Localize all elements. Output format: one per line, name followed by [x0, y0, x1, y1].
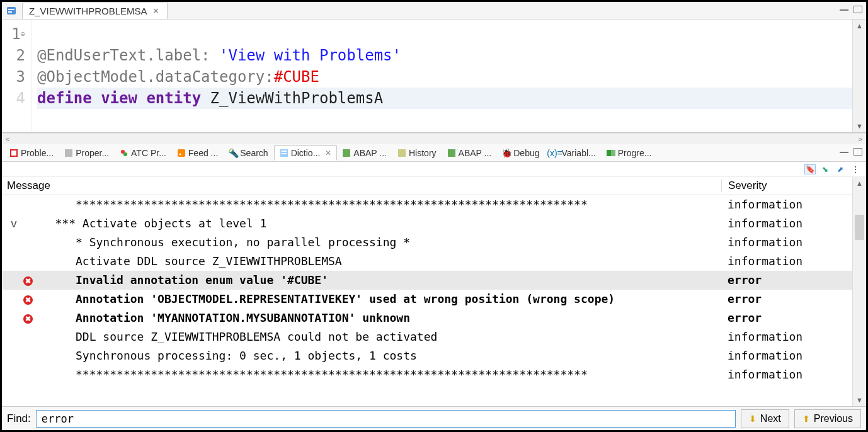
message-row[interactable]: Activate DDL source Z_VIEWWITHPROBLEMSAi… — [2, 252, 866, 271]
message-text: Annotation 'OBJECTMODEL.REPRESENTATIVEKE… — [35, 290, 721, 309]
messages-header: Message Severity — [2, 177, 866, 195]
editor-scrollbar-vertical[interactable] — [852, 20, 866, 132]
message-severity: error — [721, 271, 866, 290]
menu-icon[interactable]: ⋮ — [850, 164, 861, 174]
import-icon[interactable]: ⬊ — [819, 164, 831, 174]
message-text: Annotation 'MYANNOTATION.MYSUBANNOTATION… — [35, 309, 721, 327]
tab-problems[interactable]: Proble... — [4, 146, 59, 160]
blank-icon — [21, 346, 35, 365]
identifier: Z_ViewWithProblemsA — [210, 89, 384, 107]
expand-icon — [7, 195, 21, 214]
svg-rect-2 — [8, 11, 12, 13]
blank-icon — [21, 327, 35, 346]
bottom-tabbar: Proble... Proper... ATC Pr... Feed ... 🔦… — [2, 144, 866, 162]
filter-icon[interactable]: 🔖 — [804, 164, 816, 174]
message-text: ****************************************… — [35, 365, 721, 384]
tab-label: Variabl... — [562, 148, 596, 158]
feed-icon — [177, 149, 186, 157]
message-row[interactable]: v *** Activate objects at level 1informa… — [2, 214, 866, 233]
message-row[interactable]: Synchronous processing: 0 sec., 1 object… — [2, 346, 866, 365]
button-label: Previous — [814, 413, 853, 424]
tab-search[interactable]: 🔦Search — [224, 146, 273, 160]
message-severity: information — [721, 346, 866, 365]
messages-list[interactable]: ****************************************… — [2, 195, 866, 406]
message-text: ****************************************… — [35, 195, 721, 214]
message-row[interactable]: DDL source Z_VIEWWITHPROBLEMSA could not… — [2, 327, 866, 346]
code-area[interactable]: @EndUserText.label: 'View with Problems'… — [32, 20, 866, 132]
error-icon: ✖ — [21, 271, 35, 290]
tab-abap-2[interactable]: ABAP ... — [442, 146, 498, 160]
message-row[interactable]: * Synchronous execution, no parallel pro… — [2, 233, 866, 252]
column-message[interactable]: Message — [7, 179, 721, 192]
message-text: Invalid annotation enum value '#CUBE' — [35, 271, 721, 290]
arrow-down-icon: ⬇ — [749, 414, 757, 424]
expand-icon — [7, 252, 21, 271]
close-icon[interactable]: ✕ — [325, 149, 331, 157]
atc-icon — [120, 149, 128, 157]
search-icon: 🔦 — [229, 149, 237, 157]
tab-progress[interactable]: Progre... — [602, 146, 658, 160]
tab-label: Debug — [513, 148, 539, 158]
panel-minimize-button[interactable] — [840, 148, 848, 153]
message-row[interactable]: ✖ Annotation 'MYANNOTATION.MYSUBANNOTATI… — [2, 309, 866, 327]
close-icon[interactable]: ✕ — [152, 6, 159, 16]
message-row[interactable]: ✖ Invalid annotation enum value '#CUBE'e… — [2, 271, 866, 290]
line-number: 4 — [16, 89, 25, 107]
tab-history[interactable]: History — [392, 146, 442, 160]
tab-label: Feed ... — [188, 148, 218, 158]
annotation: @EndUserText.label: — [37, 47, 210, 64]
tab-abap-1[interactable]: ABAP ... — [337, 146, 392, 160]
abap-icon — [447, 149, 456, 157]
tab-label: History — [409, 148, 437, 158]
message-severity: information — [721, 214, 866, 233]
message-text: Synchronous processing: 0 sec., 1 object… — [35, 346, 721, 365]
panel-maximize-button[interactable] — [854, 148, 862, 156]
tab-feed[interactable]: Feed ... — [172, 146, 224, 160]
tab-debug[interactable]: 🐞Debug — [497, 146, 545, 160]
svg-rect-14 — [398, 149, 406, 157]
export-icon[interactable]: ⬈ — [835, 164, 846, 174]
message-severity: error — [721, 309, 866, 327]
message-severity: information — [721, 252, 866, 271]
column-severity[interactable]: Severity — [721, 179, 866, 192]
variables-icon: (x)= — [551, 149, 559, 157]
message-text: * Synchronous execution, no parallel pro… — [35, 233, 721, 252]
find-input[interactable] — [36, 410, 736, 428]
blank-icon — [21, 233, 35, 252]
message-severity: information — [721, 195, 866, 214]
annotation: @ObjectModel.dataCategory: — [37, 68, 274, 86]
tab-variables[interactable]: (x)=Variabl... — [545, 146, 602, 160]
problems-icon — [9, 149, 18, 157]
blank-icon — [21, 214, 35, 233]
find-next-button[interactable]: ⬇Next — [741, 409, 789, 428]
message-text: *** Activate objects at level 1 — [35, 214, 721, 233]
editor-tab-active[interactable]: Z_VIEWWITHPROBLEMSA ✕ — [22, 3, 168, 19]
expand-icon — [7, 346, 21, 365]
blank-icon — [21, 252, 35, 271]
svg-point-9 — [179, 153, 181, 155]
line-gutter: 1⊖ 2 3 4 — [2, 20, 32, 132]
find-bar: Find: ⬇Next ⬆Previous — [2, 406, 866, 430]
history-icon — [397, 149, 406, 157]
maximize-button[interactable] — [854, 6, 862, 13]
blank-icon — [21, 195, 35, 214]
tab-properties[interactable]: Proper... — [59, 146, 115, 160]
message-row[interactable]: ✖ Annotation 'OBJECTMODEL.REPRESENTATIVE… — [2, 290, 866, 309]
tab-atc[interactable]: ATC Pr... — [115, 146, 172, 160]
tab-dictionary-log[interactable]: Dictio...✕ — [274, 145, 338, 161]
message-row[interactable]: ****************************************… — [2, 365, 866, 384]
minimize-button[interactable] — [840, 6, 848, 11]
editor-scrollbar-horizontal[interactable]: <> — [2, 133, 866, 144]
enum-value: #CUBE — [274, 68, 319, 86]
error-icon: ✖ — [21, 309, 35, 327]
find-previous-button[interactable]: ⬆Previous — [794, 409, 861, 428]
editor-tab-title: Z_VIEWWITHPROBLEMSA — [29, 6, 147, 16]
keyword: define view entity — [37, 89, 210, 107]
button-label: Next — [760, 413, 781, 424]
svg-rect-0 — [7, 7, 16, 14]
message-row[interactable]: ****************************************… — [2, 195, 866, 214]
expand-icon[interactable]: v — [7, 214, 21, 233]
messages-scrollbar[interactable] — [852, 177, 866, 406]
svg-rect-13 — [343, 149, 350, 157]
tab-label: ATC Pr... — [131, 148, 166, 158]
